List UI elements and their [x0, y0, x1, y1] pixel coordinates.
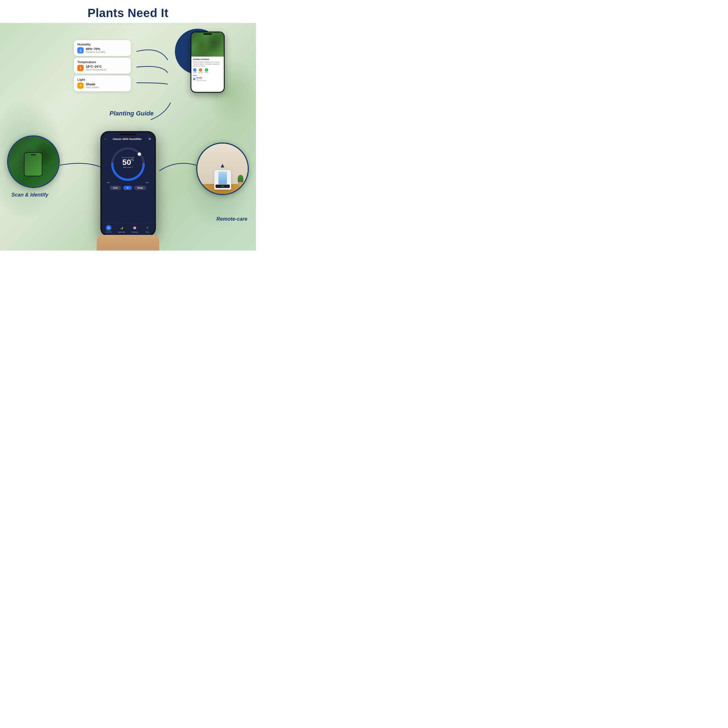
mode-buttons-container: Auto M Sleep [101, 184, 155, 192]
nav-item-power[interactable]: ⏻ On / Off [106, 225, 112, 233]
humidity-card-title: Humidity [77, 43, 126, 46]
plant-botanical: Botanical Name: Epipremnum aureum Common… [193, 61, 222, 67]
light-card: Light ☀ Shade First choice [74, 75, 131, 91]
app-title: Classic 300S Humidifier [113, 138, 142, 141]
planting-guide-title: Planting Guide [110, 110, 154, 117]
humidity-percent: % [131, 158, 134, 162]
scan-circle [7, 135, 60, 188]
humidity-sub: Relative humidity [86, 50, 106, 54]
dial-wrapper: Current Humidity 50 % Mist Level: 5 [108, 144, 148, 181]
sleep-mode-button[interactable]: Sleep [134, 186, 147, 190]
spacer [101, 192, 155, 223]
gear-icon[interactable]: ⚙ [148, 138, 151, 141]
nav-item-schedule[interactable]: 📅 Schedule [132, 225, 138, 233]
nightlight-icon: 🌙 [119, 225, 124, 231]
plant-name: Golden Pothos [193, 58, 222, 61]
remote-circle: ▲ 48 [196, 142, 249, 195]
remote-care-label: Remote-care [216, 216, 248, 222]
temperature-card: Temperature 🌡 18°C~24°C Ideal Temperatur… [74, 58, 131, 73]
power-icon: ⏻ [106, 225, 112, 231]
light-icon: ☀ [77, 83, 84, 89]
main-phone-screen: ‹ Classic 300S Humidifier ⚙ [101, 132, 155, 235]
phone-screen: ‹ Golden Pothos Botanical Name: Epipremn… [191, 32, 224, 92]
plant-id-phone: ‹ Golden Pothos Botanical Name: Epipremn… [191, 32, 225, 93]
plant-care-icons: 💧 Water ☀ Full Sun ⚠ Toxins [193, 68, 222, 73]
dial-min-max: Min Max [101, 181, 155, 184]
sun-icon: ☀ [199, 68, 202, 72]
light-card-title: Light [77, 78, 126, 81]
power-label: On / Off [106, 231, 111, 233]
care-label: Care [193, 75, 222, 76]
small-plant [238, 175, 243, 185]
humidifier-reading: 48 [222, 185, 223, 187]
humidity-value: 60%~70% [86, 47, 106, 50]
schedule-label: Schedule [132, 231, 138, 233]
bottom-nav: ⏻ On / Off 🌙 Night light 📅 Schedule [101, 223, 155, 235]
care-humidity-icon: 💧 [193, 78, 195, 80]
nav-item-nightlight[interactable]: 🌙 Night light [118, 225, 125, 233]
nav-item-timer[interactable]: ⏱ Timer [144, 225, 150, 233]
main-phone-notch [120, 133, 136, 135]
phone-notch [203, 33, 212, 35]
humidity-card: Humidity 💧 60%~70% Relative humidity [74, 40, 131, 56]
main-content: Humidity 💧 60%~70% Relative humidity Tem… [0, 23, 256, 251]
humidifier-display: 48 [216, 185, 230, 188]
humidity-icon: 💧 [77, 47, 84, 54]
remote-circle-image: ▲ 48 [197, 144, 248, 194]
humidity-reading: 50 [122, 158, 131, 166]
humidifier-tank [219, 171, 227, 184]
back-arrow: ‹ [193, 34, 194, 37]
timer-icon: ⏱ [144, 225, 150, 231]
page-title: Plants Need It [0, 6, 256, 20]
nightlight-label: Night light [118, 231, 125, 233]
scan-identify-label: Scan & Identify [11, 192, 48, 198]
dial-min-label: Min [107, 182, 110, 184]
light-sub: First choice [86, 86, 99, 89]
plant-info: Golden Pothos Botanical Name: Epipremnum… [191, 57, 224, 92]
humidifier-device: ▲ 48 [214, 162, 231, 190]
care-humidity-value: 60%-70% Relative humidity [196, 78, 206, 81]
temperature-card-title: Temperature [77, 60, 126, 64]
hand-holding [97, 235, 159, 251]
m-mode-button[interactable]: M [124, 186, 132, 190]
toxin-icon: ⚠ [205, 68, 208, 72]
app-back-button[interactable]: ‹ [105, 138, 106, 141]
timer-label: Timer [145, 231, 149, 233]
schedule-icon: 📅 [132, 225, 138, 231]
care-humidity-row: 💧 Humidity 60%-70% Relative humidity [193, 77, 222, 81]
main-phone-wrapper: ‹ Classic 300S Humidifier ⚙ [97, 131, 159, 251]
humidifier-body: 48 [214, 170, 231, 190]
scan-circle-image [8, 136, 58, 187]
temperature-value: 18°C~24°C [86, 65, 106, 68]
temperature-sub: Ideal Temperature [86, 68, 106, 71]
humidifier-arrow-icon: ▲ [220, 162, 226, 169]
svg-point-2 [138, 153, 141, 156]
plant-photo: ‹ [191, 32, 224, 57]
humidity-dial-area: Current Humidity 50 % Mist Level: 5 [101, 143, 155, 181]
dial-max-label: Max [145, 182, 149, 184]
auto-mode-button[interactable]: Auto [110, 186, 121, 190]
info-cards-container: Humidity 💧 60%~70% Relative humidity Tem… [74, 40, 131, 91]
page-header: Plants Need It [0, 0, 256, 23]
water-icon: 💧 [193, 68, 196, 72]
temperature-icon: 🌡 [77, 65, 84, 71]
main-phone: ‹ Classic 300S Humidifier ⚙ [100, 131, 156, 236]
dial-center: Current Humidity 50 % Mist Level: 5 [121, 157, 134, 168]
mist-level-label: Mist Level: 5 [121, 166, 134, 168]
light-value: Shade [86, 83, 99, 86]
